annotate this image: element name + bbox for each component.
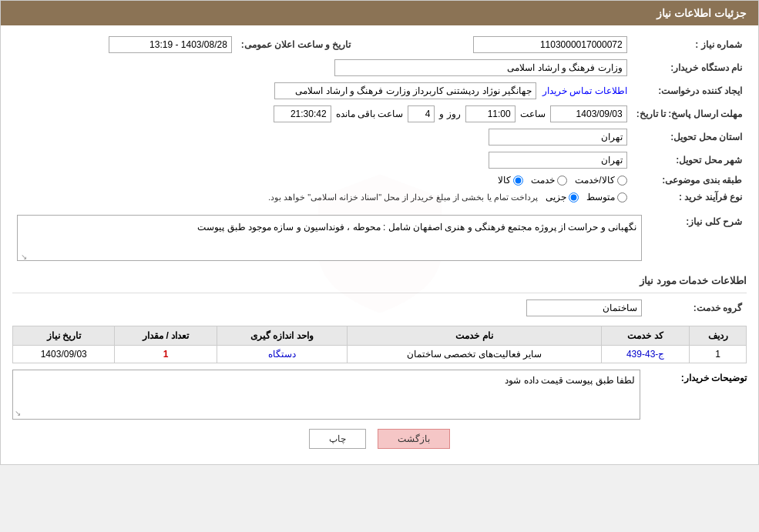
radio-kala-khedmat-label: کالا/خدمت (575, 175, 614, 186)
print-button[interactable]: چاپ (309, 429, 366, 449)
mohlat-date-input[interactable] (550, 105, 627, 122)
announce-label: تاریخ و ساعت اعلان عمومی: (237, 33, 355, 56)
tabaqe-radio-group: کالا/خدمت خدمت کالا (17, 175, 627, 186)
shomara-niaz-value (355, 33, 631, 56)
radio-khedmat-input[interactable] (557, 176, 567, 186)
mohlat-saat-label: ساعت باقی مانده (336, 109, 404, 119)
ijad-konande-label: ایجاد کننده درخواست: (632, 79, 747, 102)
nam-dastgah-label: نام دستگاه خریدار: (632, 56, 747, 79)
radio-kala-khedmat-input[interactable] (617, 176, 627, 186)
sharh-text: نگهبانی و حراست از پروژه مجتمع فرهنگی و … (22, 220, 636, 235)
radio-jozi: جزیی (546, 192, 579, 202)
ostan-input[interactable] (489, 129, 627, 146)
main-content: AnaRender.net شماره نیاز : تاریخ و ساعت … (1, 25, 758, 464)
services-table: ردیف کد خدمت نام خدمت واحد اندازه گیری ت… (12, 326, 747, 363)
announce-input[interactable] (109, 36, 232, 53)
sharh-label: شرح کلی نیاز: (646, 212, 747, 264)
mohlat-row: ساعت روز و ساعت باقی مانده (12, 102, 632, 125)
mohlat-time-input[interactable] (465, 105, 516, 122)
group-input[interactable] (526, 299, 642, 316)
ijad-konande-input[interactable] (274, 82, 536, 99)
radio-kala-input[interactable] (513, 176, 523, 186)
back-button[interactable]: بازگشت (378, 429, 450, 449)
radio-khedmat-label: خدمت (531, 175, 555, 186)
col-nam-khedmat: نام خدمت (348, 326, 602, 346)
sharh-section: شرح کلی نیاز: نگهبانی و حراست از پروژه م… (12, 212, 747, 264)
nam-dastgah-input[interactable] (334, 59, 627, 76)
cell-tarikh: 1403/09/03 (13, 346, 115, 363)
shahr-input[interactable] (489, 152, 627, 169)
radio-kala: کالا (498, 175, 523, 186)
buyer-desc-resize[interactable]: ↘ (15, 409, 21, 417)
cell-kod-khedmat: ج-43-439 (602, 346, 690, 363)
radio-motavaset-input[interactable] (617, 192, 627, 202)
col-tedad: تعداد / مقدار (115, 326, 217, 346)
buyer-desc-text: لطفا طبق پیوست قیمت داده شود (505, 375, 635, 386)
ostan-value (12, 125, 632, 149)
noع-farayand-label: نوع فرآیند خرید : (632, 189, 747, 206)
mohlat-roz-input[interactable] (408, 105, 435, 122)
mohlat-time-label: ساعت (520, 109, 546, 119)
sharh-box: نگهبانی و حراست از پروژه مجتمع فرهنگی و … (17, 215, 642, 261)
mohlat-remaining-input[interactable] (274, 105, 331, 122)
buyer-desc-label: توضیحات خریدار: (646, 370, 747, 383)
radio-jozi-input[interactable] (569, 192, 579, 202)
resize-handle[interactable]: ↘ (19, 251, 27, 259)
radio-khedmat: خدمت (531, 175, 567, 186)
ostan-label: استان محل تحویل: (632, 125, 747, 149)
page-title: جزئیات اطلاعات نیاز (657, 7, 747, 19)
col-tarikh: تاریخ نیاز (13, 326, 115, 346)
radio-kala-khedmat: کالا/خدمت (575, 175, 626, 186)
noع-farayand-row: متوسط جزیی پرداخت تمام یا بخشی از مبلغ خ… (12, 189, 632, 206)
tabaqe-label: طبقه بندی موضوعی: (632, 172, 747, 189)
group-value (12, 296, 646, 320)
shahr-value (12, 149, 632, 172)
radio-motavaset-label: متوسط (586, 192, 615, 202)
mohlat-label: مهلت ارسال پاسخ: تا تاریخ: (632, 102, 747, 125)
col-vahed: واحد اندازه گیری (217, 326, 348, 346)
services-section-title: اطلاعات خدمات مورد نیاز (12, 270, 747, 289)
nam-dastgah-value (12, 56, 632, 79)
shahr-label: شهر محل تحویل: (632, 149, 747, 172)
sharh-value: نگهبانی و حراست از پروژه مجتمع فرهنگی و … (12, 212, 646, 264)
mohlat-roz-label: روز و (439, 109, 460, 119)
buttons-row: بازگشت چاپ (12, 420, 747, 457)
ijad-konande-row: اطلاعات تماس خریدار (12, 79, 632, 102)
shomara-niaz-label: شماره نیاز : (632, 33, 747, 56)
announce-value (12, 33, 237, 56)
buyer-desc-section: توضیحات خریدار: لطفا طبق پیوست قیمت داده… (12, 370, 747, 420)
radio-kala-label: کالا (498, 175, 511, 186)
cell-tedad: 1 (115, 346, 217, 363)
divider-services (12, 293, 747, 293)
info-section: شماره نیاز : تاریخ و ساعت اعلان عمومی: ن… (12, 33, 747, 206)
farayand-radio-group: متوسط جزیی (546, 192, 627, 202)
ijad-konande-link[interactable]: اطلاعات تماس خریدار (542, 85, 627, 96)
col-kod-khedmat: کد خدمت (602, 326, 690, 346)
cell-vahed: دستگاه (217, 346, 348, 363)
group-label: گروه خدمت: (646, 296, 747, 320)
shomara-niaz-input[interactable] (473, 36, 627, 53)
col-radif: ردیف (690, 326, 747, 346)
page-header: جزئیات اطلاعات نیاز (1, 1, 758, 25)
radio-jozi-label: جزیی (546, 192, 566, 202)
farayand-note: پرداخت تمام یا بخشی از مبلغ خریدار از مح… (268, 192, 538, 202)
cell-nam-khedmat: سایر فعالیت‌های تخصصی ساختمان (348, 346, 602, 363)
buyer-desc-box: لطفا طبق پیوست قیمت داده شود ↘ (12, 370, 640, 420)
group-section: گروه خدمت: (12, 296, 747, 320)
tabaqe-row: کالا/خدمت خدمت کالا (12, 172, 632, 189)
table-row: 1 ج-43-439 سایر فعالیت‌های تخصصی ساختمان… (13, 346, 747, 363)
radio-motavaset: متوسط (586, 192, 627, 202)
cell-radif: 1 (690, 346, 747, 363)
